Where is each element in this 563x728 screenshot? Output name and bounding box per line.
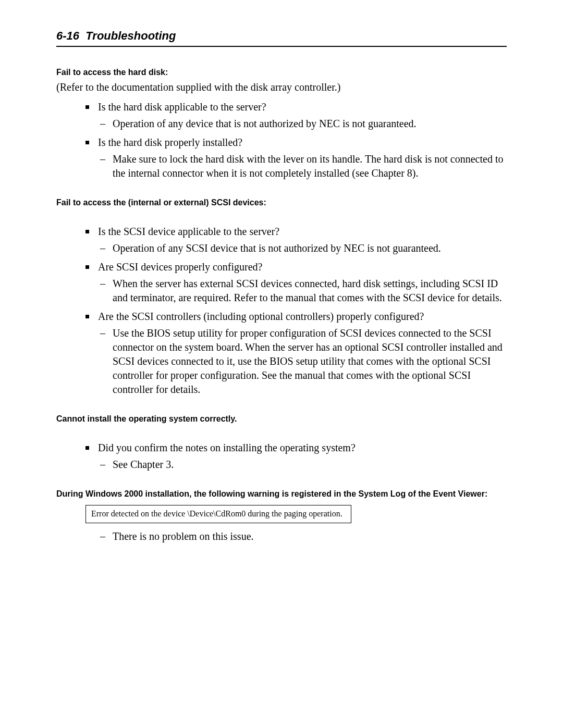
section-heading-win2000: During Windows 2000 installation, the fo… — [56, 489, 507, 499]
question-text: Did you confirm the notes on installing … — [98, 442, 356, 453]
page-header: 6-16 Troubleshooting — [56, 29, 507, 43]
list-item: Is the hard disk applicable to the serve… — [85, 100, 507, 131]
bullet-list-scsi: Is the SCSI device applicable to the ser… — [56, 224, 507, 397]
question-text: Are the SCSI controllers (including opti… — [98, 311, 424, 322]
section-intro-hard-disk: (Refer to the documentation supplied wit… — [56, 80, 507, 94]
detail-text: When the server has external SCSI device… — [98, 277, 507, 305]
list-item: Are SCSI devices properly configured? Wh… — [85, 260, 507, 305]
final-note: There is no problem on this issue. — [98, 530, 507, 542]
section-heading-hard-disk: Fail to access the hard disk: — [56, 68, 507, 77]
question-text: Is the hard disk properly installed? — [98, 137, 242, 148]
detail-text: Use the BIOS setup utility for proper co… — [98, 326, 507, 397]
detail-text: See Chapter 3. — [98, 458, 507, 472]
list-item: Is the SCSI device applicable to the ser… — [85, 224, 507, 255]
section-heading-install-os: Cannot install the operating system corr… — [56, 414, 507, 424]
list-item: Are the SCSI controllers (including opti… — [85, 309, 507, 397]
spacer — [56, 427, 507, 440]
detail-text: Operation of any SCSI device that is not… — [98, 241, 507, 255]
question-text: Is the SCSI device applicable to the ser… — [98, 226, 279, 237]
list-item: Did you confirm the notes on installing … — [85, 440, 507, 472]
question-text: Are SCSI devices properly configured? — [98, 261, 262, 273]
detail-text: Make sure to lock the hard disk with the… — [98, 152, 507, 180]
bullet-list-hard-disk: Is the hard disk applicable to the serve… — [56, 100, 507, 180]
page-title: Troubleshooting — [85, 29, 176, 42]
section-heading-scsi: Fail to access the (internal or external… — [56, 198, 507, 207]
question-text: Is the hard disk applicable to the serve… — [98, 101, 266, 113]
spacer — [56, 211, 507, 224]
list-item: Is the hard disk properly installed? Mak… — [85, 135, 507, 180]
error-message-box: Error detected on the device \Device\CdR… — [85, 505, 351, 523]
header-rule — [56, 46, 507, 47]
bullet-list-install-os: Did you confirm the notes on installing … — [56, 440, 507, 472]
page-number: 6-16 — [56, 29, 79, 42]
document-page: 6-16 Troubleshooting Fail to access the … — [0, 0, 563, 728]
detail-text: Operation of any device that is not auth… — [98, 117, 507, 131]
